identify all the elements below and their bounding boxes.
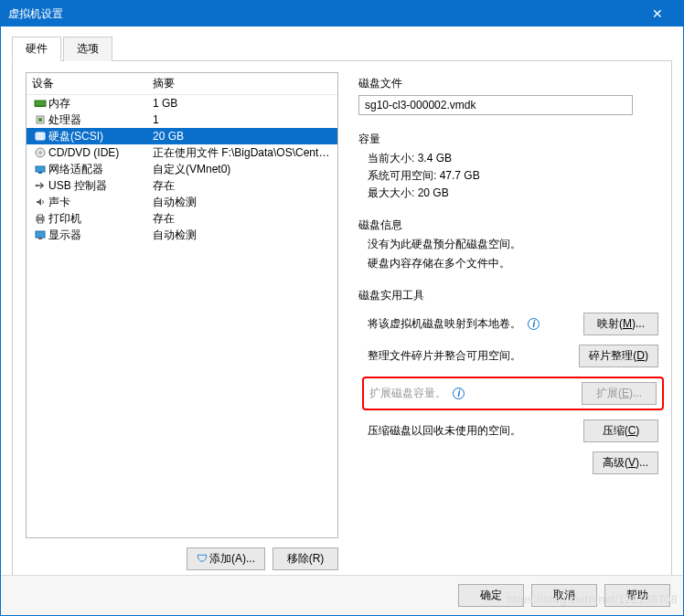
disk-info-line2: 硬盘内容存储在多个文件中。 <box>368 256 658 271</box>
expand-desc: 扩展磁盘容量。 i <box>369 386 572 401</box>
max-size: 最大大小: 20 GB <box>368 186 658 201</box>
util-expand-row: 扩展磁盘容量。 i 扩展(E)... <box>369 382 657 405</box>
disk-info-label: 磁盘信息 <box>358 218 658 233</box>
col-summary: 摘要 <box>153 76 175 91</box>
disk-file-label: 磁盘文件 <box>358 76 658 91</box>
dialog-footer: 确定 取消 帮助 <box>1 575 683 615</box>
svg-point-10 <box>36 185 38 187</box>
device-summary: 1 <box>153 113 332 126</box>
device-row-cpu[interactable]: 处理器 1 <box>27 112 337 128</box>
cancel-button[interactable]: 取消 <box>531 584 597 607</box>
expand-highlight: 扩展磁盘容量。 i 扩展(E)... <box>362 377 664 410</box>
memory-icon <box>32 98 48 109</box>
tab-bar: 硬件 选项 <box>12 36 672 61</box>
util-map-row: 将该虚拟机磁盘映射到本地卷。 i 映射(M)... <box>368 313 658 335</box>
device-row-display[interactable]: 显示器 自动检测 <box>27 227 337 243</box>
device-row-net[interactable]: 网络适配器 自定义(VMnet0) <box>27 161 337 177</box>
device-row-sound[interactable]: 声卡 自动检测 <box>27 194 337 210</box>
info-icon[interactable]: i <box>453 388 465 399</box>
compact-button[interactable]: 压缩(C) <box>583 420 658 442</box>
svg-rect-4 <box>36 133 45 140</box>
remove-device-button[interactable]: 移除(R) <box>273 547 338 570</box>
map-button[interactable]: 映射(M)... <box>583 313 658 335</box>
svg-rect-15 <box>38 238 42 239</box>
current-size: 当前大小: 3.4 GB <box>368 151 658 166</box>
device-row-usb[interactable]: USB 控制器 存在 <box>27 177 337 194</box>
device-name: 网络适配器 <box>48 162 153 177</box>
device-list[interactable]: 设备 摘要 内存 1 GB 处理器 1 硬盘 <box>26 72 338 538</box>
device-name: USB 控制器 <box>48 178 153 194</box>
display-icon <box>32 229 48 240</box>
device-name: 打印机 <box>48 211 153 227</box>
device-summary: 自动检测 <box>153 195 332 210</box>
disk-icon <box>32 131 48 142</box>
device-row-disk[interactable]: 硬盘(SCSI) 20 GB <box>27 128 337 144</box>
svg-rect-3 <box>38 118 42 122</box>
add-label: 添加(A)... <box>209 552 255 565</box>
cpu-icon <box>32 114 48 125</box>
disk-utilities-section: 磁盘实用工具 将该虚拟机磁盘映射到本地卷。 i 映射(M)... 整理文件碎片并… <box>358 288 658 474</box>
hardware-panel: 设备 摘要 内存 1 GB 处理器 1 硬盘 <box>12 60 672 596</box>
add-device-button[interactable]: 🛡添加(A)... <box>187 547 265 570</box>
titlebar: 虚拟机设置 ✕ <box>1 1 683 27</box>
sound-icon <box>32 196 48 207</box>
device-row-cd[interactable]: CD/DVD (IDE) 正在使用文件 F:\BigData\OS\CentO.… <box>27 144 337 161</box>
util-compact-row: 压缩磁盘以回收未使用的空间。 压缩(C) <box>368 420 658 442</box>
info-icon[interactable]: i <box>528 318 540 330</box>
device-summary: 自定义(VMnet0) <box>153 162 332 177</box>
device-row-printer[interactable]: 打印机 存在 <box>27 210 337 227</box>
capacity-label: 容量 <box>358 132 658 147</box>
cd-icon <box>32 147 48 158</box>
disk-info-section: 磁盘信息 没有为此硬盘预分配磁盘空间。 硬盘内容存储在多个文件中。 <box>358 218 658 271</box>
svg-rect-1 <box>35 106 46 107</box>
device-summary: 存在 <box>153 211 332 227</box>
detail-column: 磁盘文件 sg10-cl3-000002.vmdk 容量 当前大小: 3.4 G… <box>338 72 658 584</box>
util-defrag-row: 整理文件碎片并整合可用空间。 碎片整理(D) <box>368 345 658 367</box>
device-list-header: 设备 摘要 <box>27 73 337 95</box>
defrag-button[interactable]: 碎片整理(D) <box>579 345 658 367</box>
device-name: 内存 <box>48 96 153 112</box>
disk-file-field[interactable]: sg10-cl3-000002.vmdk <box>358 95 633 115</box>
device-buttons: 🛡添加(A)... 移除(R) <box>26 547 338 570</box>
device-summary: 1 GB <box>153 97 332 110</box>
dialog-body: 硬件 选项 设备 摘要 内存 1 GB 处理器 <box>1 27 683 575</box>
device-name: CD/DVD (IDE) <box>48 146 153 159</box>
device-summary: 20 GB <box>153 130 332 143</box>
device-row-memory[interactable]: 内存 1 GB <box>27 95 337 112</box>
device-name: 显示器 <box>48 228 153 243</box>
usb-icon <box>32 180 48 191</box>
disk-info-line1: 没有为此硬盘预分配磁盘空间。 <box>368 237 658 252</box>
col-device: 设备 <box>32 76 153 91</box>
network-icon <box>32 164 48 175</box>
utilities-label: 磁盘实用工具 <box>358 288 658 303</box>
device-summary: 正在使用文件 F:\BigData\OS\CentO... <box>153 145 332 161</box>
vm-settings-window: 虚拟机设置 ✕ 硬件 选项 设备 摘要 内存 1 GB <box>0 0 684 616</box>
shield-icon: 🛡 <box>197 552 208 565</box>
device-summary: 存在 <box>153 178 332 194</box>
svg-rect-13 <box>38 220 43 223</box>
device-column: 设备 摘要 内存 1 GB 处理器 1 硬盘 <box>26 72 338 584</box>
map-desc: 将该虚拟机磁盘映射到本地卷。 i <box>368 316 574 332</box>
compact-desc: 压缩磁盘以回收未使用的空间。 <box>368 423 574 439</box>
defrag-desc: 整理文件碎片并整合可用空间。 <box>368 348 570 364</box>
free-space: 系统可用空间: 47.7 GB <box>368 168 658 184</box>
advanced-button[interactable]: 高级(V)... <box>593 451 658 474</box>
window-title: 虚拟机设置 <box>8 6 63 22</box>
svg-rect-8 <box>36 166 45 172</box>
expand-button: 扩展(E)... <box>582 382 657 405</box>
device-name: 声卡 <box>48 195 153 210</box>
svg-rect-14 <box>36 231 45 238</box>
device-name: 处理器 <box>48 112 153 128</box>
svg-point-7 <box>39 152 41 154</box>
ok-button[interactable]: 确定 <box>458 584 524 607</box>
tab-options[interactable]: 选项 <box>63 37 112 61</box>
svg-rect-0 <box>35 101 46 106</box>
help-button[interactable]: 帮助 <box>604 584 670 607</box>
device-summary: 自动检测 <box>153 228 332 243</box>
device-name: 硬盘(SCSI) <box>48 129 153 144</box>
tab-hardware[interactable]: 硬件 <box>12 37 61 61</box>
close-icon[interactable]: ✕ <box>639 1 676 27</box>
advanced-row: 高级(V)... <box>368 451 658 474</box>
svg-rect-9 <box>38 172 42 174</box>
capacity-section: 容量 当前大小: 3.4 GB 系统可用空间: 47.7 GB 最大大小: 20… <box>358 132 658 201</box>
